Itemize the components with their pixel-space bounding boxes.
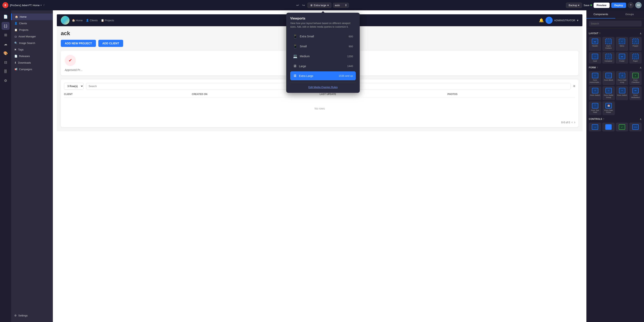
right-search-input[interactable] xyxy=(589,21,642,27)
user-avatar[interactable]: SS xyxy=(635,2,642,8)
component-popper-label: Popper xyxy=(632,45,638,47)
nav-item-releases[interactable]: 📄 Releases xyxy=(11,53,53,60)
component-form-field-array[interactable]: ⊞ Form Field Array xyxy=(616,71,628,85)
nav-item-clients[interactable]: 👤 Clients xyxy=(11,20,53,27)
undo-button[interactable]: ↩ xyxy=(295,3,300,8)
component-form-select[interactable]: ▾ Form Select xyxy=(616,86,628,100)
help-button[interactable]: ? xyxy=(628,2,634,8)
component-menu[interactable]: ≡ Menu xyxy=(616,37,628,51)
tab-components[interactable]: Components xyxy=(586,10,615,19)
component-async-content[interactable]: ⋯ Async Content xyxy=(602,37,614,51)
topbar-chevron-icon[interactable]: ▾ xyxy=(40,4,42,7)
form-help-icon[interactable]: ? xyxy=(596,66,598,69)
image-search-icon: 🔍 xyxy=(14,42,18,45)
user-avatar-page[interactable]: 👤 xyxy=(546,17,552,24)
nav-item-home[interactable]: 🏠 Home xyxy=(11,14,53,20)
add-new-project-button[interactable]: ADD NEW PROJECT xyxy=(61,40,96,47)
form-date-picker-icon: 📅 xyxy=(606,103,612,109)
component-header[interactable]: ▬ Header xyxy=(589,37,601,51)
component-form-checkbox[interactable]: ✔ Form Checkbox xyxy=(629,71,642,85)
control-item-4[interactable]: ⊙⊙ xyxy=(629,123,642,131)
extra-large-icon: 🖥 xyxy=(293,74,296,78)
nav-item-asset-manager[interactable]: 🗂 Asset Manager xyxy=(11,33,53,40)
sidebar-icon-components[interactable]: ⊞ xyxy=(2,31,10,39)
component-paper[interactable]: ▭ Paper xyxy=(629,52,642,64)
component-card[interactable]: ▭ Card xyxy=(589,52,601,64)
edit-media-queries-anchor[interactable]: Edit Media Queries Rules xyxy=(308,86,338,89)
icon-sidebar: 📄 {;} ⊞ ☁ 🎨 ⊟ 🗄 ⚙ xyxy=(0,10,11,322)
form-select-icon: ▾ xyxy=(619,88,625,93)
viewport-extra-large[interactable]: 🖥 Extra Large 1536 and up xyxy=(290,71,356,80)
save-button[interactable]: Save xyxy=(584,4,592,7)
component-form-radio-group[interactable]: ⊙ Form Radio Group xyxy=(602,86,615,100)
viewport-popup-description: View how your layout behave based on dif… xyxy=(290,22,356,29)
component-form-field-array-label: Form Field Array xyxy=(617,79,628,84)
menu-component-icon: ≡ xyxy=(619,39,625,44)
sidebar-icon-sliders[interactable]: ⚙ xyxy=(2,77,10,85)
asset-manager-icon: 🗂 xyxy=(14,35,17,38)
component-popper[interactable]: ↗ Popper xyxy=(629,37,642,51)
layout-toggle-icon[interactable]: ∧ xyxy=(640,32,642,35)
backup-button[interactable]: Backup ▾ xyxy=(566,3,582,8)
page-nav-items: 🏠 Home 👤 Clients 📋 Projects xyxy=(72,19,114,22)
control-item-3[interactable]: ✔ xyxy=(616,123,628,131)
viewport-extra-small[interactable]: 📱 Extra Small 600 xyxy=(290,32,356,41)
component-form-text-field[interactable]: T Form Text Field xyxy=(589,101,601,115)
component-form-checkbox-label: Form Checkbox xyxy=(630,79,641,84)
nav-item-settings[interactable]: ⚙ Settings xyxy=(11,312,53,319)
component-form-multiselect[interactable]: ▾▾ Form Multiselect xyxy=(629,86,642,100)
sidebar-icon-pages[interactable]: 📄 xyxy=(2,13,10,21)
controls-help-icon[interactable]: ? xyxy=(603,118,604,120)
sidebar-icon-paint[interactable]: 🎨 xyxy=(2,49,10,57)
control-item-2[interactable]: ▭ xyxy=(602,123,614,131)
viewport-chevron-icon: ▾ xyxy=(327,4,329,7)
nav-item-image-search[interactable]: 🔍 Image Search xyxy=(11,40,53,46)
add-client-button[interactable]: ADD CLIENT xyxy=(98,40,123,47)
right-search-area xyxy=(586,19,644,29)
page-nav-projects[interactable]: 📋 Projects xyxy=(101,19,114,22)
component-container[interactable]: □ Container xyxy=(602,52,614,64)
page-nav-home[interactable]: 🏠 Home xyxy=(72,19,83,22)
nav-item-campaigns[interactable]: 📢 Campaigns xyxy=(11,66,53,73)
form-toggle-icon[interactable]: ∧ xyxy=(640,66,642,69)
component-form-switch[interactable]: ⊟ Form Switch xyxy=(589,86,601,100)
filter-button[interactable]: ≡ xyxy=(573,84,575,88)
component-form-block[interactable]: ▭ Form Block xyxy=(602,71,615,85)
rows-per-page-select[interactable]: 3 Row(s) xyxy=(64,83,84,90)
app-badge: 8 xyxy=(2,2,8,8)
page-nav-clients[interactable]: 👤 Clients xyxy=(86,19,98,22)
viewport-small[interactable]: 📱 Small 900 xyxy=(290,42,356,51)
control-item-1[interactable]: ▭ xyxy=(589,123,601,131)
viewport-large[interactable]: 🖥 Large 1440 xyxy=(290,62,356,71)
footer-icon: ▬ xyxy=(619,54,625,59)
sidebar-icon-db[interactable]: 🗄 xyxy=(2,68,10,76)
next-page-button[interactable]: › xyxy=(574,120,575,124)
prev-page-button[interactable]: ‹ xyxy=(572,120,572,124)
control-3-icon: ✔ xyxy=(619,124,625,130)
component-form-autocomplete-label: Form Autocomple... xyxy=(590,79,600,84)
sidebar-icon-cloud[interactable]: ☁ xyxy=(2,40,10,48)
approved-projects-icon: ✔ xyxy=(65,55,76,66)
nav-item-projects[interactable]: 📋 Projects xyxy=(11,27,53,33)
viewport-button[interactable]: 🖥 Extra large ▾ xyxy=(308,3,332,8)
controls-toggle-icon[interactable]: ∧ xyxy=(640,118,642,121)
sidebar-icon-scan[interactable]: ⊟ xyxy=(2,59,10,66)
component-footer[interactable]: ▬ Footer xyxy=(616,52,628,64)
deploy-button[interactable]: Deploy xyxy=(611,3,626,8)
tab-groups[interactable]: Groups xyxy=(615,10,644,19)
component-form-autocomplete[interactable]: ≡ Form Autocomple... xyxy=(589,71,601,85)
viewport-medium[interactable]: 💻 Medium 1200 xyxy=(290,52,356,61)
preview-button[interactable]: Preview xyxy=(594,3,610,8)
nav-item-downloads[interactable]: ⬇ Downloads xyxy=(11,60,53,66)
auto-stepper-icon[interactable]: ⇕ xyxy=(345,4,347,7)
topbar: 8 [ProServ] Jebel-FT: Home ▾ / ↩ ↪ 🖥 Ext… xyxy=(0,0,644,10)
component-form-date-picker[interactable]: 📅 Form Date Picker xyxy=(602,101,615,115)
nav-item-tags[interactable]: ✖ Tags xyxy=(11,46,53,53)
edit-media-queries-link[interactable]: Edit Media Queries Rules xyxy=(290,85,356,89)
notification-icon[interactable]: 🔔 xyxy=(539,18,544,23)
admin-chevron-icon[interactable]: ▾ xyxy=(577,19,578,22)
left-nav: 🏠 Home 👤 Clients 📋 Projects 🗂 Asset Mana… xyxy=(11,10,53,322)
layout-help-icon[interactable]: ? xyxy=(599,32,600,35)
sidebar-icon-code[interactable]: {;} xyxy=(2,22,10,30)
redo-button[interactable]: ↪ xyxy=(301,3,306,8)
